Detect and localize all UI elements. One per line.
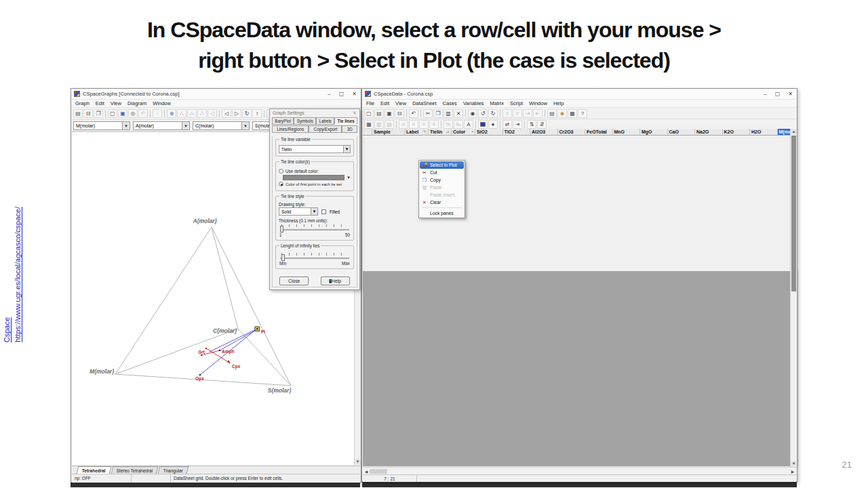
find-icon[interactable]: ◉ <box>468 109 477 118</box>
menu-item-graph[interactable]: Graph <box>75 100 90 106</box>
scroll-thumb[interactable] <box>370 469 387 474</box>
datasheet-icon[interactable]: ▤ <box>547 109 557 118</box>
minimize-button[interactable]: – <box>328 91 330 97</box>
infinity-slider[interactable] <box>280 252 349 260</box>
column-header-h2o[interactable]: H2O <box>750 129 778 136</box>
open-icon[interactable]: ▤ <box>374 109 384 118</box>
datasheet-grid[interactable]: SampleLabel✎Tielin⊿Color▪SiO2TiO2Al2O3Cr… <box>363 129 791 136</box>
delete-icon[interactable]: ✕ <box>454 109 463 118</box>
scroll-down-icon[interactable]: ▼ <box>355 459 361 465</box>
menu-item-window[interactable]: Window <box>153 100 171 106</box>
column-header-na2o[interactable]: Na2O <box>695 129 723 136</box>
settings-tab-3d[interactable]: 3D <box>342 125 357 133</box>
overlay-icon[interactable]: ▣ <box>118 109 127 118</box>
scroll-up-icon[interactable]: ▲ <box>791 129 797 135</box>
grid-horizontal-scrollbar[interactable]: ◀ ▶ <box>363 467 796 474</box>
menu-item-window[interactable]: Window <box>529 100 547 106</box>
menu-item-copy[interactable]: ❐Copy <box>420 176 464 184</box>
minimize-button[interactable]: – <box>764 91 766 97</box>
column-header-al2o3[interactable]: Al2O3 <box>530 129 558 136</box>
chevron-down-icon[interactable]: ▼ <box>241 122 249 129</box>
slider-thumb[interactable] <box>281 254 285 261</box>
menu-item-datasheet[interactable]: DataSheet <box>412 100 436 106</box>
maximize-button[interactable]: ▢ <box>775 91 781 97</box>
column-header-feototal[interactable]: FeOTotal <box>585 129 613 136</box>
menu-item-select-in-plot[interactable]: Select in Plot <box>420 161 464 169</box>
menu-item-variables[interactable]: Variables <box>463 100 484 106</box>
paste-icon[interactable]: ▥ <box>443 109 453 118</box>
column-header-cr2o3[interactable]: Cr2O3 <box>558 129 586 136</box>
settings-tab-copy-export[interactable]: Copy/Export <box>309 125 342 133</box>
chevron-down-icon[interactable]: ▼ <box>311 208 317 215</box>
slider-thumb[interactable] <box>280 226 283 232</box>
settings-tab-labels[interactable]: Labels <box>316 117 334 125</box>
save-icon[interactable]: ▣ <box>384 109 394 118</box>
chevron-down-icon[interactable]: ▼ <box>347 176 351 180</box>
column-header-sio2[interactable]: SiO2 <box>475 129 503 136</box>
grid-icon[interactable]: ▦ <box>364 120 374 129</box>
data-titlebar[interactable]: CSpaceData - Corona.csp – ▢ ✕ <box>362 89 797 100</box>
chevron-down-icon[interactable]: ▼ <box>343 146 350 152</box>
scroll-thumb[interactable] <box>791 136 796 291</box>
chevron-down-icon[interactable]: ▼ <box>182 122 189 129</box>
settings-close-icon[interactable]: ✕ <box>353 110 357 116</box>
column-header-color[interactable]: Color▪ <box>452 129 475 136</box>
default-color-swatch[interactable] <box>283 175 344 180</box>
plot-tab-tetrahedral[interactable]: Tetrahedral <box>77 466 112 474</box>
copy-icon[interactable]: ❐ <box>433 109 443 118</box>
spin-icon[interactable]: ↻ <box>242 109 252 118</box>
settings-tab-symbols[interactable]: Symbols <box>294 117 316 125</box>
scroll-left-icon[interactable]: ◀ <box>363 469 370 474</box>
axis-dropdown-3[interactable]: C(molar)▼ <box>193 121 250 130</box>
close-button[interactable]: ✕ <box>788 91 793 97</box>
scroll-down-icon[interactable]: ▼ <box>791 461 797 467</box>
plot-link-icon[interactable]: ◈ <box>557 109 567 118</box>
column-header-cao[interactable]: CaO <box>668 129 696 136</box>
sort-up-icon[interactable]: ↺ <box>478 109 488 118</box>
close-settings-button[interactable]: Close <box>279 277 309 285</box>
settings-tab-baryplot[interactable]: BaryPlot <box>272 117 294 125</box>
menu-item-edit[interactable]: Edit <box>380 100 389 106</box>
menu-item-view[interactable]: View <box>395 100 406 106</box>
amph-point[interactable] <box>219 350 221 352</box>
column-header-mno[interactable]: MnO <box>613 129 641 136</box>
scatter-multi-icon[interactable]: ∴ <box>197 109 207 118</box>
plot-tab-triangular[interactable]: Triangular <box>158 466 189 474</box>
print-icon[interactable]: ⊟ <box>83 109 93 118</box>
first-point-color-radio[interactable] <box>279 182 283 186</box>
chevron-down-icon[interactable]: ▼ <box>122 122 130 129</box>
column-header-k2o[interactable]: K2O <box>723 129 751 136</box>
scroll-right-icon[interactable]: ▶ <box>789 469 796 474</box>
column-header-tielin[interactable]: Tielin⊿ <box>429 129 452 136</box>
tie-variable-select[interactable]: Tielin ▼ <box>279 145 351 153</box>
copy-icon[interactable]: ❐ <box>94 109 103 118</box>
tilt-icon[interactable]: ↕ <box>252 109 262 118</box>
new-icon[interactable]: ▢ <box>364 109 374 118</box>
recalc-icon[interactable]: ⇄ <box>502 120 512 129</box>
expand-icon[interactable]: ⇥ <box>513 120 522 129</box>
new-graph-icon[interactable]: ▢ <box>108 109 117 118</box>
menu-item-file[interactable]: File <box>366 100 374 106</box>
move-icon[interactable]: ⊕ <box>167 109 176 118</box>
point-style-icon[interactable]: ● <box>488 120 498 129</box>
print-icon[interactable]: ⊟ <box>395 109 404 118</box>
cspace-link[interactable]: Cspace <box>3 317 11 342</box>
opx-point[interactable] <box>199 374 201 376</box>
grid-vertical-scrollbar[interactable]: ▲ ▼ <box>790 129 797 467</box>
rotate-left-icon[interactable]: ◁ <box>222 109 231 118</box>
column-header-label[interactable]: Label✎ <box>405 129 429 136</box>
menu-item-lock-panes[interactable]: Lock panes <box>420 209 464 217</box>
scatter-blue-icon[interactable]: ∴ <box>187 109 197 118</box>
cut-icon[interactable]: ✂ <box>423 109 433 118</box>
axis-dropdown-2[interactable]: A(molar)▼ <box>133 121 190 130</box>
rotate-right-icon[interactable]: ▷ <box>232 109 241 118</box>
axis-dropdown-1[interactable]: M(molar)▼ <box>73 121 130 130</box>
drawing-style-select[interactable]: Solid ▼ <box>279 207 318 216</box>
settings-tab-lines-regions[interactable]: Lines/Regions <box>272 125 309 133</box>
notes-icon[interactable]: ▦ <box>568 109 577 118</box>
maximize-button[interactable]: ▢ <box>339 91 344 97</box>
column-header-tio2[interactable]: TiO2 <box>503 129 531 136</box>
help-icon[interactable]: ? <box>578 109 587 118</box>
fill-color-icon[interactable] <box>478 120 488 129</box>
open-icon[interactable]: ▤ <box>73 109 83 118</box>
